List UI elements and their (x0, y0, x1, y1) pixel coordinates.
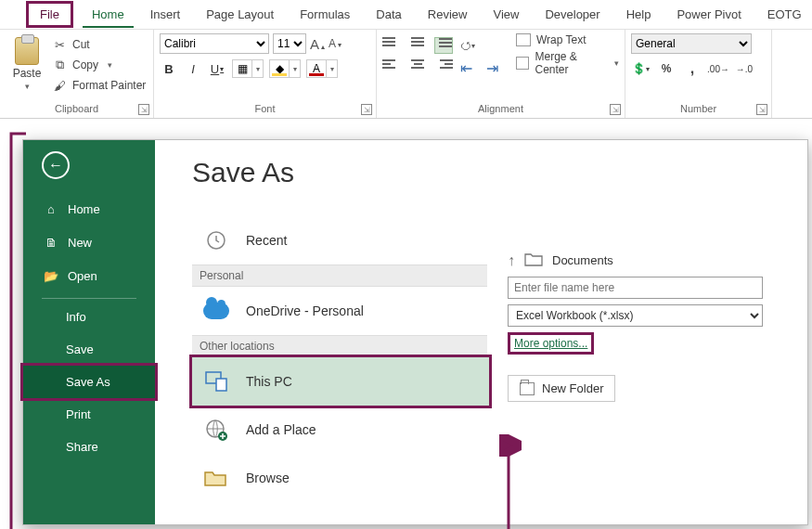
align-center-button[interactable] (408, 59, 427, 76)
align-left-button[interactable] (382, 59, 401, 76)
wrap-text-icon (516, 33, 531, 46)
font-color-button[interactable]: A▾ (306, 59, 338, 78)
align-middle-button[interactable] (408, 37, 427, 54)
open-icon: 📂 (44, 268, 58, 283)
new-folder-button[interactable]: New Folder (508, 375, 615, 402)
location-browse[interactable]: Browse (192, 454, 489, 502)
folder-icon (524, 252, 543, 269)
decrease-indent-button[interactable]: ⇤ (460, 59, 479, 76)
tab-file[interactable]: File (26, 1, 73, 28)
sidebar-new[interactable]: 🗎New (23, 226, 155, 259)
sidebar-open[interactable]: 📂Open (23, 259, 155, 292)
merge-center-button[interactable]: Merge & Center▾ (516, 50, 619, 76)
group-alignment: ⭯▾ ⇤ ⇥ Wrap Text Merge & Center▾ Alignme… (377, 30, 625, 118)
percent-button[interactable]: % (657, 59, 676, 78)
clipboard-dialog-launcher[interactable]: ⇲ (138, 104, 149, 115)
location-recent[interactable]: Recent (192, 216, 489, 264)
ribbon-tabs: File Home Insert Page Layout Formulas Da… (0, 0, 812, 30)
bold-button[interactable]: B (160, 59, 178, 78)
sidebar-save-as-label: Save As (66, 375, 110, 389)
font-dialog-launcher[interactable]: ⇲ (361, 104, 372, 115)
font-name-select[interactable]: Calibri (160, 33, 269, 54)
cut-button[interactable]: ✂Cut (52, 37, 146, 52)
number-format-select[interactable]: General (631, 33, 752, 54)
merge-dropdown-icon[interactable]: ▾ (614, 58, 619, 68)
tab-eotg[interactable]: EOTG (754, 2, 802, 27)
backstage-sidebar: ← ⌂Home 🗎New 📂Open Info Save Save As Pri… (23, 140, 155, 524)
filename-input[interactable] (508, 277, 763, 299)
tab-developer[interactable]: Developer (532, 2, 612, 27)
tab-view[interactable]: View (480, 2, 532, 27)
increase-decimal-button[interactable]: .00→ (709, 59, 728, 78)
group-label-font: Font (160, 103, 370, 116)
sidebar-info[interactable]: Info (23, 301, 155, 333)
wrap-text-label: Wrap Text (536, 33, 586, 46)
filetype-select[interactable]: Excel Workbook (*.xlsx) (508, 304, 763, 327)
paste-button[interactable]: Paste ▾ (6, 33, 48, 91)
borders-dropdown-icon[interactable]: ▾ (252, 59, 264, 78)
sidebar-info-label: Info (66, 310, 86, 324)
tab-page-layout[interactable]: Page Layout (193, 2, 287, 27)
location-this-pc[interactable]: This PC (192, 357, 489, 406)
breadcrumb[interactable]: ↑ Documents (508, 252, 791, 269)
increase-indent-button[interactable]: ⇥ (486, 59, 505, 76)
location-onedrive-label: OneDrive - Personal (246, 303, 364, 318)
sidebar-separator (42, 298, 136, 299)
tab-data[interactable]: Data (363, 2, 414, 27)
underline-button[interactable]: U▾ (208, 59, 226, 78)
home-icon: ⌂ (44, 201, 58, 216)
italic-button[interactable]: I (184, 59, 202, 78)
location-this-pc-label: This PC (246, 374, 292, 389)
brush-icon: 🖌 (52, 78, 67, 93)
format-painter-button[interactable]: 🖌Format Painter (52, 78, 146, 93)
tab-power-pivot[interactable]: Power Pivot (664, 2, 754, 27)
alignment-dialog-launcher[interactable]: ⇲ (610, 104, 621, 115)
paste-label: Paste (13, 67, 42, 80)
tab-home[interactable]: Home (79, 2, 137, 27)
font-size-select[interactable]: 11 (273, 33, 306, 54)
back-button[interactable]: ← (42, 151, 70, 179)
fill-dropdown-icon[interactable]: ▾ (290, 59, 301, 78)
sidebar-new-label: New (68, 236, 92, 250)
orientation-button[interactable]: ⭯▾ (460, 37, 479, 54)
font-color-dropdown-icon[interactable]: ▾ (327, 59, 338, 78)
sidebar-share[interactable]: Share (23, 431, 155, 463)
sidebar-home[interactable]: ⌂Home (23, 192, 155, 226)
page-title: Save As (192, 157, 489, 188)
tab-formulas[interactable]: Formulas (287, 2, 363, 27)
tab-insert[interactable]: Insert (137, 2, 194, 27)
comma-button[interactable]: , (683, 59, 702, 78)
copy-icon: ⧉ (52, 58, 67, 72)
new-icon: 🗎 (44, 235, 58, 250)
merge-label: Merge & Center (535, 50, 605, 76)
up-arrow-icon[interactable]: ↑ (508, 252, 515, 269)
wrap-text-button[interactable]: Wrap Text (516, 33, 619, 46)
copy-dropdown-icon[interactable]: ▾ (108, 60, 112, 70)
location-add-place[interactable]: Add a Place (192, 406, 489, 454)
paste-dropdown-icon[interactable]: ▾ (25, 82, 30, 91)
align-right-button[interactable] (434, 59, 453, 76)
more-options-link[interactable]: More options... (508, 332, 594, 355)
number-dialog-launcher[interactable]: ⇲ (756, 104, 767, 115)
paste-icon (15, 37, 39, 65)
location-onedrive[interactable]: OneDrive - Personal (192, 287, 489, 335)
borders-button[interactable]: ▦▾ (232, 59, 264, 78)
decrease-font-button[interactable]: A▾ (329, 37, 342, 50)
folder-open-icon (203, 465, 229, 491)
sidebar-print[interactable]: Print (23, 398, 155, 431)
tab-help[interactable]: Help (613, 2, 664, 27)
font-color-icon: A (306, 59, 327, 78)
fill-color-button[interactable]: ◆▾ (269, 59, 301, 78)
increase-font-button[interactable]: A▴ (310, 36, 325, 52)
copy-button[interactable]: ⧉Copy▾ (52, 58, 146, 72)
sidebar-save-as[interactable]: Save As (23, 366, 155, 398)
align-top-button[interactable] (382, 37, 401, 54)
sidebar-save[interactable]: Save (23, 333, 155, 366)
accounting-format-button[interactable]: 💲▾ (631, 59, 650, 78)
tab-review[interactable]: Review (415, 2, 481, 27)
location-recent-label: Recent (246, 233, 287, 248)
align-bottom-button[interactable] (434, 37, 453, 54)
fill-icon: ◆ (269, 59, 290, 78)
decrease-decimal-button[interactable]: →.0 (735, 59, 754, 78)
format-painter-label: Format Painter (72, 79, 146, 92)
